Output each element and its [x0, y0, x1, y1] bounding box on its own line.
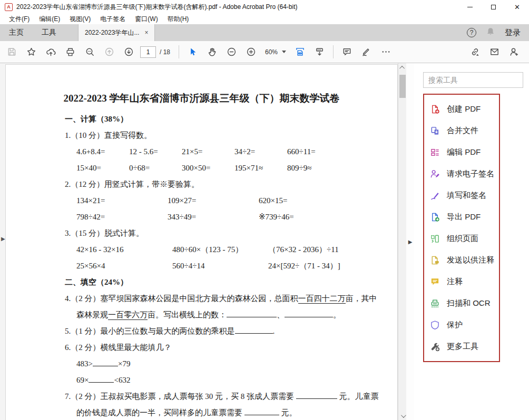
tool-label: 组织页面 [447, 234, 478, 244]
tab-tools[interactable]: 工具 [33, 24, 65, 41]
math-expression: 42×16 - 32×16 [76, 242, 172, 258]
doc-rich: 5.（1 分）最小的三位数与最大的两位数的乘积是. [6, 323, 397, 339]
minimize-button[interactable] [458, 0, 482, 14]
tool-item-wrench-plus[interactable]: 更多工具 [429, 336, 499, 357]
fill-in-blank [227, 311, 277, 317]
scroll-up-arrow[interactable] [398, 63, 406, 72]
math-expression: 195×71≈ [234, 160, 287, 176]
sign-in-button[interactable]: 登录 [505, 28, 521, 38]
fill-in-blank [296, 392, 337, 399]
vertical-scrollbar[interactable] [398, 63, 406, 420]
toolbar-divider [333, 45, 334, 58]
page-total-label: / 18 [160, 48, 170, 56]
tools-panel-collapse-handle[interactable]: ▶ [408, 239, 413, 245]
tool-item-docs-merge[interactable]: 合并文件 [429, 120, 499, 142]
minimize-icon [467, 7, 473, 7]
menu-bar: 文件(F)编辑(E)视图(V)电子签名窗口(W)帮助(H) [0, 14, 529, 24]
tool-item-scanner[interactable]: 扫描和 OCR [429, 293, 499, 314]
navigation-tools-group [183, 44, 261, 60]
tool-item-doc-plus[interactable]: 创建 PDF [429, 98, 499, 120]
doc-text: 5.（1 分）最小的三位数与最大的两位数的乘积是 [65, 327, 235, 335]
zoom-level-dropdown[interactable]: 60% [261, 48, 290, 56]
tool-item-doc-arrow[interactable]: 导出 PDF [429, 206, 499, 228]
email-icon[interactable] [486, 44, 503, 60]
account-icon[interactable] [506, 44, 522, 60]
window-title: 2022-2023学年山东省淄博市沂源县三年级(下)期末数学试卷(含解析).pd… [16, 3, 297, 12]
math-expression: 4.6+8.4= [76, 144, 129, 160]
maximize-icon [491, 5, 496, 9]
menu-item[interactable]: 编辑(E) [34, 15, 65, 24]
toolbar: / 18 60% [0, 41, 529, 63]
doc-rich: 7.（2 分）王叔叔买电影票，成人票每张 30 元，买 8 张成人票需要 元。儿… [6, 388, 397, 405]
more-options-icon[interactable] [378, 44, 394, 60]
document-viewport: 2022-2023 学年山东省淄博市沂源县三年级（下）期末数学试卷一、计算（38… [0, 63, 406, 420]
notifications-bell-icon[interactable] [486, 27, 495, 38]
doc-text: 亩。写出横线上的数： [148, 311, 227, 319]
doc-text: 69× [76, 376, 89, 384]
page-down-icon[interactable] [121, 44, 137, 60]
doc-text: 483> [76, 359, 93, 368]
tool-item-person-pen[interactable]: 请求电子签名 [429, 163, 499, 185]
doc-text: 、 [277, 311, 285, 319]
share-upload-icon[interactable] [43, 44, 59, 60]
page-number-input[interactable] [140, 46, 156, 58]
print-icon[interactable] [62, 44, 79, 60]
help-icon[interactable]: ? [467, 28, 476, 37]
doc-rich: 69×<632 [6, 372, 397, 388]
tool-label: 导出 PDF [447, 212, 481, 222]
scanner-icon [429, 298, 440, 309]
tab-home[interactable]: 主页 [0, 24, 33, 41]
close-button[interactable]: ✕ [505, 0, 529, 14]
scroll-down-arrow[interactable] [398, 412, 406, 420]
tool-item-bubble[interactable]: 注释 [429, 271, 499, 293]
math-expression: 15×40= [76, 160, 129, 176]
doc-text: 4.（2 分）塞罕坝国家森林公园是中国北方最大的森林公园，总面积 [65, 294, 298, 303]
math-expression: 24×[592÷（71 - 34）] [268, 258, 364, 274]
zoom-out-icon[interactable] [223, 44, 240, 60]
tool-item-doc-bubble[interactable]: 发送以供注释 [429, 249, 499, 271]
menu-item[interactable]: 电子签名 [95, 15, 130, 24]
search-tools-input[interactable] [423, 72, 523, 88]
fit-width-icon[interactable] [292, 44, 308, 60]
pdf-page: 2022-2023 学年山东省淄博市沂源县三年级（下）期末数学试卷一、计算（38… [5, 64, 398, 420]
doc-text: 的价钱是成人票的一半，买同样多的儿童票需要 [76, 408, 244, 417]
star-icon[interactable] [23, 44, 40, 60]
menu-item[interactable]: 文件(F) [4, 15, 34, 24]
select-cursor-icon[interactable] [184, 44, 201, 60]
maximize-button[interactable] [482, 0, 505, 14]
highlighter-icon[interactable] [358, 44, 375, 60]
menu-item[interactable]: 帮助(H) [163, 15, 194, 24]
menu-item[interactable]: 窗口(W) [130, 15, 162, 24]
tool-item-pen[interactable]: 填写和签名 [429, 185, 499, 206]
math-expression: 560÷4÷14 [172, 258, 268, 274]
toolbar-divider [179, 45, 179, 58]
tool-item-pages[interactable]: 组织页面 [429, 228, 499, 249]
fill-in-blank [89, 376, 114, 383]
tab-close-icon[interactable]: × [144, 29, 148, 36]
tool-item-edit-layout[interactable]: 编辑 PDF [429, 142, 499, 163]
tool-label: 更多工具 [447, 342, 478, 352]
zoom-in-icon[interactable] [243, 44, 259, 60]
scrollbar-thumb[interactable] [399, 75, 406, 98]
share-link-icon[interactable] [467, 44, 483, 60]
fill-in-blank [244, 408, 279, 415]
hand-tool-icon[interactable] [204, 44, 220, 60]
comment-icon[interactable] [339, 44, 355, 60]
doc-heading: 一、计算（38%） [6, 111, 397, 127]
tool-label: 发送以供注释 [447, 255, 494, 265]
search-find-icon[interactable] [82, 44, 98, 60]
tool-item-shield[interactable]: 保护 [429, 314, 499, 336]
doc-plus-icon [429, 104, 440, 115]
left-panel-expand-handle[interactable]: ▶ [1, 236, 5, 242]
pages-icon [429, 234, 440, 244]
tool-label: 填写和签名 [447, 191, 486, 201]
tab-document[interactable]: 2022-2023学年山... × [78, 24, 155, 41]
math-expression: 620×15= [259, 193, 350, 209]
edit-layout-icon [429, 147, 440, 158]
doc-text: 。 [333, 311, 341, 319]
person-pen-icon [429, 169, 440, 179]
math-expression: 480÷60×（123 - 75） [172, 242, 268, 258]
menu-item[interactable]: 视图(V) [65, 15, 95, 24]
scroll-mode-icon[interactable] [311, 44, 328, 60]
doc-arrow-icon [429, 212, 440, 223]
